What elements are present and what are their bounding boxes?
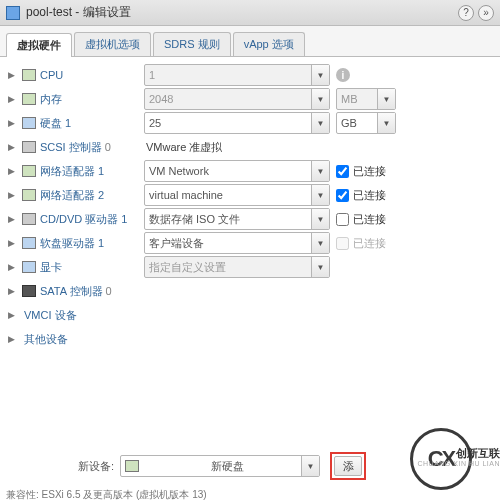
- sata-icon: [22, 285, 36, 297]
- row-other: ▶ 其他设备: [6, 327, 494, 351]
- nic2-network-select[interactable]: virtual machine ▼: [144, 184, 330, 206]
- expander-icon[interactable]: ▶: [8, 238, 18, 248]
- sata-label[interactable]: SATA 控制器 0: [40, 284, 112, 299]
- close-button[interactable]: »: [478, 5, 494, 21]
- floppy-select[interactable]: 客户端设备 ▼: [144, 232, 330, 254]
- nic1-network-select[interactable]: VM Network ▼: [144, 160, 330, 182]
- checkbox-input[interactable]: [336, 213, 349, 226]
- compatibility-text: 兼容性: ESXi 6.5 及更高版本 (虚拟机版本 13): [6, 488, 207, 502]
- video-select[interactable]: 指定自定义设置 ▼: [144, 256, 330, 278]
- new-device-value: 新硬盘: [139, 459, 315, 474]
- window-icon: [6, 6, 20, 20]
- floppy-value: 客户端设备: [149, 236, 204, 251]
- video-value: 指定自定义设置: [149, 260, 226, 275]
- video-label[interactable]: 显卡: [40, 260, 62, 275]
- scsi-label[interactable]: SCSI 控制器 0: [40, 140, 111, 155]
- cpu-value: 1: [149, 69, 155, 81]
- help-button[interactable]: ?: [458, 5, 474, 21]
- cpu-select[interactable]: 1 ▼: [144, 64, 330, 86]
- logo-text-cn: 创新互联: [456, 446, 500, 461]
- hard-disk-icon: [22, 117, 36, 129]
- connected-label: 已连接: [353, 236, 386, 251]
- row-nic1: ▶ 网络适配器 1 VM Network ▼ 已连接: [6, 159, 494, 183]
- add-button[interactable]: 添: [334, 456, 362, 476]
- row-vmci: ▶ VMCI 设备: [6, 303, 494, 327]
- expander-icon[interactable]: ▶: [8, 334, 18, 344]
- tab-virtual-hardware[interactable]: 虚拟硬件: [6, 33, 72, 57]
- row-scsi: ▶ SCSI 控制器 0 VMware 准虚拟: [6, 135, 494, 159]
- new-device-select[interactable]: 新硬盘 ▼: [120, 455, 320, 477]
- expander-icon[interactable]: ▶: [8, 142, 18, 152]
- memory-icon: [22, 93, 36, 105]
- row-cpu: ▶ CPU 1 ▼ i: [6, 63, 494, 87]
- floppy-label[interactable]: 软盘驱动器 1: [40, 236, 104, 251]
- hard-disk-icon: [125, 460, 139, 472]
- expander-icon[interactable]: ▶: [8, 214, 18, 224]
- expander-icon[interactable]: ▶: [8, 94, 18, 104]
- chevron-down-icon: ▼: [311, 65, 329, 85]
- chevron-down-icon: ▼: [311, 89, 329, 109]
- tab-bar: 虚拟硬件 虚拟机选项 SDRS 规则 vApp 选项: [0, 26, 500, 57]
- tab-vm-options[interactable]: 虚拟机选项: [74, 32, 151, 56]
- expander-icon[interactable]: ▶: [8, 310, 18, 320]
- expander-icon[interactable]: ▶: [8, 286, 18, 296]
- memory-input[interactable]: 2048 ▼: [144, 88, 330, 110]
- row-sata: ▶ SATA 控制器 0: [6, 279, 494, 303]
- row-hard-disk: ▶ 硬盘 1 25 ▼ GB ▼: [6, 111, 494, 135]
- hard-disk-size-input[interactable]: 25 ▼: [144, 112, 330, 134]
- connected-label: 已连接: [353, 188, 386, 203]
- expander-icon[interactable]: ▶: [8, 70, 18, 80]
- hard-disk-unit-select[interactable]: GB ▼: [336, 112, 396, 134]
- floppy-connected-checkbox: 已连接: [336, 236, 386, 251]
- nic1-value: VM Network: [149, 165, 209, 177]
- tab-vapp-options[interactable]: vApp 选项: [233, 32, 305, 56]
- nic2-label[interactable]: 网络适配器 2: [40, 188, 104, 203]
- row-memory: ▶ 内存 2048 ▼ MB ▼: [6, 87, 494, 111]
- nic2-connected-checkbox[interactable]: 已连接: [336, 188, 386, 203]
- hard-disk-value: 25: [149, 117, 161, 129]
- row-floppy: ▶ 软盘驱动器 1 客户端设备 ▼ 已连接: [6, 231, 494, 255]
- expander-icon[interactable]: ▶: [8, 190, 18, 200]
- checkbox-input[interactable]: [336, 165, 349, 178]
- chevron-down-icon: ▼: [301, 456, 319, 476]
- nic-icon: [22, 165, 36, 177]
- cd-value: 数据存储 ISO 文件: [149, 212, 240, 227]
- checkbox-input[interactable]: [336, 189, 349, 202]
- chevron-down-icon: ▼: [311, 185, 329, 205]
- connected-label: 已连接: [353, 164, 386, 179]
- cd-label[interactable]: CD/DVD 驱动器 1: [40, 212, 127, 227]
- add-button-highlight: 添: [330, 452, 366, 480]
- expander-icon[interactable]: ▶: [8, 262, 18, 272]
- video-icon: [22, 261, 36, 273]
- nic2-value: virtual machine: [149, 189, 223, 201]
- nic1-label[interactable]: 网络适配器 1: [40, 164, 104, 179]
- nic-icon: [22, 189, 36, 201]
- chevron-down-icon: ▼: [311, 209, 329, 229]
- chevron-down-icon: ▼: [311, 113, 329, 133]
- checkbox-input: [336, 237, 349, 250]
- cd-connected-checkbox[interactable]: 已连接: [336, 212, 386, 227]
- cpu-label[interactable]: CPU: [40, 69, 63, 81]
- row-cd-dvd: ▶ CD/DVD 驱动器 1 数据存储 ISO 文件 ▼ 已连接: [6, 207, 494, 231]
- memory-label[interactable]: 内存: [40, 92, 62, 107]
- cpu-icon: [22, 69, 36, 81]
- vmci-label[interactable]: VMCI 设备: [24, 308, 77, 323]
- hard-disk-label[interactable]: 硬盘 1: [40, 116, 71, 131]
- hardware-panel: ▶ CPU 1 ▼ i ▶ 内存 2048 ▼ MB ▼: [0, 57, 500, 351]
- tab-sdrs-rules[interactable]: SDRS 规则: [153, 32, 231, 56]
- connected-label: 已连接: [353, 212, 386, 227]
- memory-unit-select[interactable]: MB ▼: [336, 88, 396, 110]
- other-label[interactable]: 其他设备: [24, 332, 68, 347]
- cd-icon: [22, 213, 36, 225]
- cd-select[interactable]: 数据存储 ISO 文件 ▼: [144, 208, 330, 230]
- new-device-label: 新设备:: [78, 459, 114, 474]
- memory-value: 2048: [149, 93, 173, 105]
- expander-icon[interactable]: ▶: [8, 166, 18, 176]
- row-video: ▶ 显卡 指定自定义设置 ▼: [6, 255, 494, 279]
- nic1-connected-checkbox[interactable]: 已连接: [336, 164, 386, 179]
- window-title: pool-test - 编辑设置: [26, 4, 454, 21]
- info-icon[interactable]: i: [336, 68, 350, 82]
- expander-icon[interactable]: ▶: [8, 118, 18, 128]
- watermark-logo: CX 创新互联 CHUANG XIN HU LIAN: [410, 428, 500, 498]
- chevron-down-icon: ▼: [377, 113, 395, 133]
